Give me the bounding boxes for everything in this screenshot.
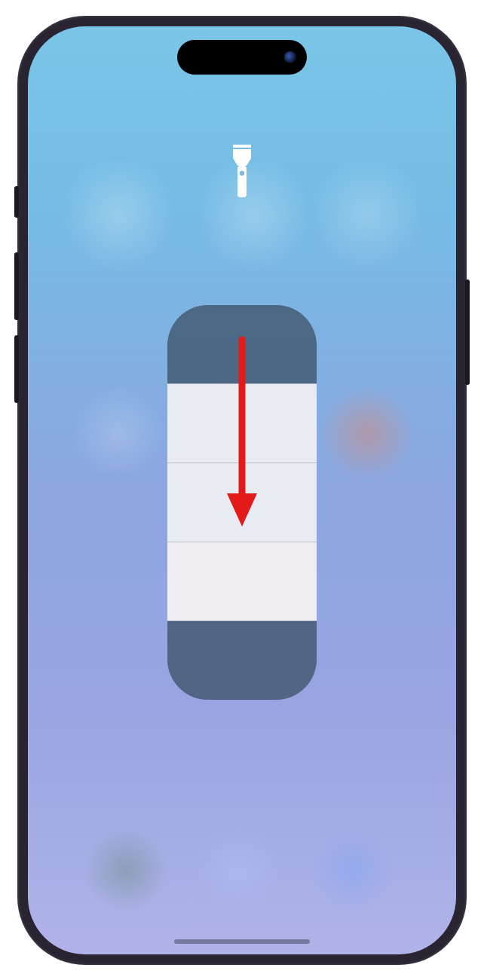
slider-segment-2 — [167, 542, 317, 621]
home-indicator[interactable] — [174, 939, 310, 944]
svg-rect-0 — [237, 166, 247, 197]
screen — [28, 26, 456, 954]
volume-down-button[interactable] — [14, 335, 19, 403]
power-button[interactable] — [465, 279, 470, 385]
slider-segment-3 — [167, 463, 317, 542]
flashlight-brightness-slider[interactable] — [167, 305, 317, 700]
svg-point-1 — [240, 170, 244, 175]
mute-switch[interactable] — [14, 186, 19, 218]
dynamic-island — [177, 40, 307, 75]
slider-segment-1 — [167, 621, 317, 700]
slider-segment-5 — [167, 305, 317, 383]
volume-up-button[interactable] — [14, 252, 19, 320]
slider-segment-4 — [167, 383, 317, 463]
front-camera — [284, 51, 296, 63]
iphone-frame — [17, 16, 467, 965]
flashlight-icon — [228, 143, 256, 200]
